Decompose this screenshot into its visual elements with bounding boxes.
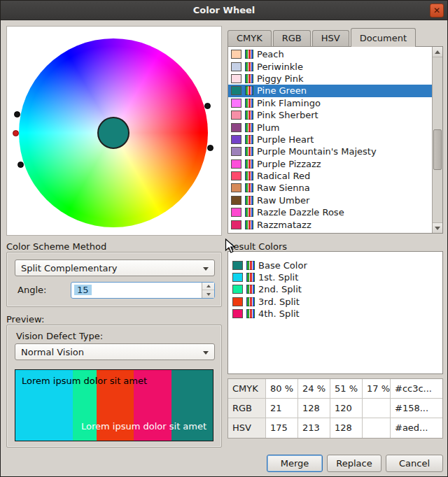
value-cell: 80 % xyxy=(266,379,298,399)
color-swatch xyxy=(231,196,241,205)
result-color-row[interactable]: Base Color xyxy=(228,259,442,271)
color-list-item[interactable]: Pine Green xyxy=(228,85,432,97)
color-swatch xyxy=(231,123,241,132)
base-color-marker[interactable] xyxy=(13,130,19,136)
base-color-center-circle[interactable] xyxy=(97,117,130,149)
split-marker-3[interactable] xyxy=(204,103,211,109)
cancel-button[interactable]: Cancel xyxy=(386,455,443,472)
tab-document[interactable]: Document xyxy=(351,28,416,47)
color-swatch xyxy=(231,135,241,144)
value-cell: 24 % xyxy=(298,379,330,399)
scroll-up-button[interactable] xyxy=(433,47,442,57)
preview-group-label: Preview: xyxy=(6,314,44,325)
color-list-item[interactable]: Raw Sienna xyxy=(228,182,432,194)
value-cell: 51 % xyxy=(330,379,363,399)
colorspace-stripes-icon xyxy=(245,111,253,120)
color-swatch xyxy=(231,220,241,229)
colorspace-stripes-icon xyxy=(246,309,255,318)
table-row: HSV 175 213 128 #aed... xyxy=(228,418,442,438)
result-color-row[interactable]: 2nd. Split xyxy=(228,283,442,295)
color-list-item[interactable]: Purple Pizzazz xyxy=(228,158,432,170)
document-color-rows: Peach Periwinkle Piggy Pink P xyxy=(228,48,432,233)
tab-rgb[interactable]: RGB xyxy=(273,30,311,46)
row-header: RGB xyxy=(228,399,266,418)
spin-down-icon xyxy=(206,293,211,296)
color-list-item[interactable]: Peach xyxy=(228,48,432,60)
angle-label: Angle: xyxy=(18,285,46,295)
table-row: RGB 21 128 120 #158... xyxy=(228,399,442,418)
value-cell: 17 % xyxy=(363,379,391,399)
colorspace-stripes-icon xyxy=(245,135,253,144)
color-list-item[interactable]: Purple Heart xyxy=(228,134,432,145)
color-name-label: Raw Umber xyxy=(257,195,309,206)
color-list-item[interactable]: Purple Mountain's Majesty xyxy=(228,145,432,157)
window-title: Color Wheel xyxy=(193,5,255,15)
scheme-method-value: Split Complementary xyxy=(21,263,118,273)
scroll-down-button[interactable] xyxy=(433,222,442,233)
list-scrollbar[interactable] xyxy=(432,47,442,233)
colorspace-stripes-icon xyxy=(245,159,253,169)
result-color-row[interactable]: 1st. Split xyxy=(228,271,442,283)
color-name-label: Purple Pizzazz xyxy=(257,159,321,169)
split-marker-1[interactable] xyxy=(14,111,20,118)
scroll-up-icon xyxy=(435,50,440,54)
scheme-method-select[interactable]: Split Complementary xyxy=(15,259,215,276)
color-list-item[interactable]: Pink Sherbert xyxy=(228,109,432,121)
merge-button[interactable]: Merge xyxy=(267,455,323,472)
color-list-item[interactable]: Pink Flamingo xyxy=(228,97,432,109)
colorspace-stripes-icon xyxy=(245,147,253,156)
scrollbar-thumb[interactable] xyxy=(433,129,442,170)
color-list-item[interactable]: Razzle Dazzle Rose xyxy=(228,206,432,218)
titlebar[interactable]: Color Wheel ✕ xyxy=(1,1,447,20)
color-list-item[interactable]: Radical Red xyxy=(228,170,432,182)
color-swatch xyxy=(232,273,243,282)
color-list-item[interactable]: Periwinkle xyxy=(228,60,432,72)
tab-cmyk[interactable]: CMYK xyxy=(227,30,272,46)
split-marker-4[interactable] xyxy=(207,145,214,151)
result-color-row[interactable]: 4th. Split xyxy=(228,308,442,320)
color-name-label: Purple Mountain's Majesty xyxy=(257,146,377,157)
color-swatch xyxy=(232,261,243,270)
result-colors-label: Result Colors xyxy=(227,241,287,252)
color-swatch xyxy=(232,309,243,318)
color-list-item[interactable]: Razzmatazz xyxy=(228,218,432,230)
colorspace-stripes-icon xyxy=(245,196,253,205)
colorspace-stripes-icon xyxy=(245,220,253,229)
preview-sample-text-dark: Lorem ipsum dolor sit amet xyxy=(22,376,147,386)
result-color-row[interactable]: 3rd. Split xyxy=(228,296,442,308)
colorspace-stripes-icon xyxy=(245,123,253,132)
color-swatch xyxy=(231,50,241,59)
color-name-label: Plum xyxy=(257,122,279,133)
colorspace-stripes-icon xyxy=(245,74,253,83)
value-cell xyxy=(363,399,391,418)
color-name-label: Razzle Dazzle Rose xyxy=(257,207,344,218)
vision-defect-label: Vision Defect Type: xyxy=(16,331,103,341)
document-color-list: Peach Periwinkle Piggy Pink P xyxy=(227,46,443,234)
split-marker-2[interactable] xyxy=(18,162,24,168)
row-header: CMYK xyxy=(228,379,266,399)
tab-hsv[interactable]: HSV xyxy=(312,30,349,46)
color-wheel-panel xyxy=(6,26,222,236)
value-cell xyxy=(363,418,391,438)
value-cell: 120 xyxy=(330,399,363,418)
hex-value-cell: #158... xyxy=(391,399,442,418)
color-name-label: Raw Sienna xyxy=(257,183,310,193)
colorspace-stripes-icon xyxy=(245,50,253,59)
color-list-item[interactable]: Piggy Pink xyxy=(228,73,432,85)
table-row: CMYK 80 % 24 % 51 % 17 % #cc3c... xyxy=(228,379,442,399)
colorspace-stripes-icon xyxy=(245,62,253,71)
angle-spinbox[interactable]: 15 xyxy=(71,282,215,299)
preview-sample-text-light: Lorem ipsum dolor sit amet xyxy=(81,421,206,432)
spin-down-button[interactable] xyxy=(202,290,214,298)
close-button[interactable]: ✕ xyxy=(430,3,444,17)
color-list-item[interactable]: Plum xyxy=(228,121,432,133)
spin-up-button[interactable] xyxy=(202,283,214,290)
replace-button[interactable]: Replace xyxy=(327,455,382,472)
color-list-item[interactable]: Raw Umber xyxy=(228,194,432,206)
color-swatch xyxy=(231,159,241,169)
value-cell: 21 xyxy=(266,399,298,418)
angle-value[interactable]: 15 xyxy=(74,285,92,295)
result-color-label: Base Color xyxy=(258,260,307,271)
vision-defect-select[interactable]: Normal Vision xyxy=(15,343,215,360)
colorspace-stripes-icon xyxy=(246,261,255,270)
